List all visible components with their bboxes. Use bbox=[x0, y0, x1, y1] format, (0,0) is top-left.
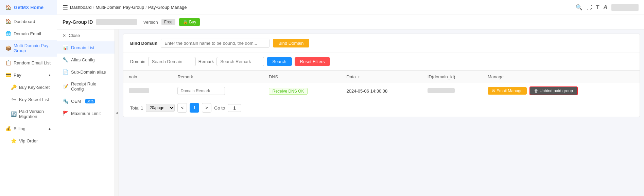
search-icon[interactable]: 🔍 bbox=[576, 4, 582, 11]
breadcrumb-multi-domain[interactable]: Multi-Domain Pay-Group bbox=[95, 5, 144, 10]
pagination-prev-button[interactable]: < bbox=[177, 103, 187, 113]
sub-nav-maximum-limit[interactable]: 🚩 Maximum Limit bbox=[57, 107, 115, 119]
pay-icon: 💳 bbox=[5, 72, 11, 78]
goto-label: Go to bbox=[214, 105, 225, 111]
col-data: Data ⇕ bbox=[341, 71, 422, 83]
col-domain: nain bbox=[123, 71, 172, 83]
domain-placeholder bbox=[129, 88, 149, 93]
breadcrumb-dashboard[interactable]: Dashboard bbox=[70, 5, 92, 10]
beta-badge: Beta bbox=[85, 99, 95, 103]
billing-icon: 💰 bbox=[5, 126, 11, 131]
buy-button[interactable]: 🔒 Buy bbox=[179, 18, 201, 26]
topbar-icons: 🔍 ⛶ T A bbox=[576, 4, 639, 11]
main-panel: Bind Domain Bind Domain Domain Remark Se… bbox=[123, 34, 640, 117]
sub-nav-domain-list[interactable]: 📊 Domain List bbox=[57, 41, 115, 54]
remark-cell bbox=[172, 83, 263, 99]
billing-arrow: ▲ bbox=[48, 127, 51, 131]
sidebar-item-multi-domain[interactable]: 📦 Multi-Domain Pay-Group bbox=[0, 40, 57, 57]
unbind-paid-group-button[interactable]: 🗑 Unbind paid group bbox=[529, 86, 578, 95]
bind-domain-button[interactable]: Bind Domain bbox=[273, 39, 309, 47]
pagination-row: Total 1 20/page 10/page 50/page 100/page… bbox=[123, 99, 640, 117]
sidebar-item-vip-order[interactable]: ⭐ Vip Order bbox=[0, 135, 57, 147]
id-cell bbox=[422, 83, 482, 99]
home-icon: 🏠 bbox=[5, 5, 11, 10]
domain-cell bbox=[123, 83, 172, 99]
email-icon: ✉ bbox=[492, 89, 495, 93]
sub-nav-collapse-handle[interactable]: ◀ bbox=[115, 30, 119, 196]
free-badge: Free bbox=[161, 19, 175, 25]
random-email-icon: 📋 bbox=[5, 60, 11, 65]
search-button[interactable]: Search bbox=[267, 57, 292, 66]
paid-version-migration-icon: 🔄 bbox=[11, 111, 16, 117]
receipt-rule-icon: 📝 bbox=[63, 84, 68, 89]
sidebar: 🏠 GetMX Home 🏠 Dashboard 🌐 Domain Email … bbox=[0, 0, 57, 196]
breadcrumb-current: Pay-Group Manage bbox=[148, 5, 187, 10]
hamburger-icon[interactable]: ☰ bbox=[63, 4, 68, 11]
table-row: Receive DNS OK 2024-05-06 14:30:08 bbox=[123, 83, 640, 99]
bind-domain-input[interactable] bbox=[161, 39, 269, 48]
topbar-left: ☰ Dashboard / Multi-Domain Pay-Group / P… bbox=[63, 4, 187, 11]
user-avatar[interactable] bbox=[611, 4, 639, 11]
lock-icon: 🔒 bbox=[183, 20, 188, 24]
sidebar-item-random-email[interactable]: 📋 Random Email List bbox=[0, 57, 57, 69]
pay-arrow: ▲ bbox=[48, 73, 51, 77]
multi-domain-icon: 📦 bbox=[5, 45, 11, 51]
domain-email-icon: 🌐 bbox=[5, 31, 11, 36]
reset-filters-button[interactable]: Reset Filters bbox=[295, 57, 330, 66]
sidebar-item-buy-key-secret[interactable]: 🔑 Buy Key-Secret bbox=[0, 81, 57, 93]
center-panel: Bind Domain Bind Domain Domain Remark Se… bbox=[119, 30, 644, 196]
pagination-page-1-button[interactable]: 1 bbox=[190, 103, 199, 113]
sub-nav-alias-config[interactable]: 🔧 Alias Config bbox=[57, 54, 115, 66]
breadcrumb-sep-1: / bbox=[93, 5, 94, 10]
sidebar-logo[interactable]: 🏠 GetMX Home bbox=[0, 0, 57, 15]
manage-actions: ✉ Email Manage 🗑 Unbind paid group bbox=[488, 86, 634, 95]
page-size-select[interactable]: 20/page 10/page 50/page 100/page bbox=[146, 104, 175, 112]
fullscreen-icon[interactable]: ⛶ bbox=[587, 4, 592, 11]
sidebar-item-billing[interactable]: 💰 Billing ▲ bbox=[0, 122, 57, 135]
topbar: ☰ Dashboard / Multi-Domain Pay-Group / P… bbox=[57, 0, 644, 15]
sidebar-item-paid-version-migration[interactable]: 🔄 Paid Version Migration bbox=[0, 105, 57, 122]
domain-list-icon: 📊 bbox=[63, 45, 68, 50]
data-sort-icon[interactable]: ⇕ bbox=[357, 75, 360, 79]
col-id: ID(domain_id) bbox=[422, 71, 482, 83]
domain-search-input[interactable] bbox=[148, 57, 196, 66]
manage-cell: ✉ Email Manage 🗑 Unbind paid group bbox=[482, 83, 640, 99]
pagination-total: Total 1 bbox=[130, 105, 143, 111]
sidebar-item-pay[interactable]: 💳 Pay ▲ bbox=[0, 69, 57, 81]
pay-group-bar: Pay-Group ID Version Free 🔒 Buy bbox=[57, 15, 644, 30]
table-wrapper: nain Remark DNS Data ⇕ ID(domain_id) Man… bbox=[123, 71, 640, 99]
col-dns: DNS bbox=[263, 71, 341, 83]
sub-nav-close[interactable]: ✕ Close bbox=[57, 30, 115, 41]
id-placeholder bbox=[428, 88, 455, 93]
sub-nav-receipt-rule-config[interactable]: 📝 Receipt Rule Config bbox=[57, 78, 115, 95]
pay-group-id-value bbox=[96, 19, 137, 25]
domain-search-label: Domain bbox=[130, 59, 145, 64]
remark-input[interactable] bbox=[177, 87, 225, 95]
oem-icon: 🔩 bbox=[63, 98, 68, 104]
dashboard-icon: 🏠 bbox=[5, 19, 11, 24]
right-content: ✕ Close 📊 Domain List 🔧 Alias Config 📄 S… bbox=[57, 30, 644, 196]
sidebar-item-domain-email[interactable]: 🌐 Domain Email bbox=[0, 27, 57, 40]
bind-domain-label: Bind Domain bbox=[130, 41, 157, 46]
pagination-next-button[interactable]: > bbox=[202, 103, 211, 113]
sub-nav-sub-domain-alias[interactable]: 📄 Sub-Domain alias bbox=[57, 66, 115, 78]
bind-domain-row: Bind Domain Bind Domain bbox=[123, 34, 640, 53]
collapse-chevron-icon: ◀ bbox=[116, 111, 118, 115]
breadcrumb: Dashboard / Multi-Domain Pay-Group / Pay… bbox=[70, 5, 187, 10]
goto-page-input[interactable] bbox=[228, 104, 241, 112]
sub-nav-oem[interactable]: 🔩 OEM Beta bbox=[57, 95, 115, 107]
email-manage-button[interactable]: ✉ Email Manage bbox=[488, 87, 527, 95]
remark-search-input[interactable] bbox=[216, 57, 264, 66]
buy-key-secret-icon: 🔑 bbox=[11, 84, 16, 90]
main-area: ☰ Dashboard / Multi-Domain Pay-Group / P… bbox=[57, 0, 644, 196]
sub-domain-alias-icon: 📄 bbox=[63, 69, 68, 75]
sidebar-item-dashboard[interactable]: 🏠 Dashboard bbox=[0, 15, 57, 27]
font-icon[interactable]: A bbox=[603, 4, 607, 11]
search-row: Domain Remark Search Reset Filters bbox=[123, 53, 640, 71]
text-icon[interactable]: T bbox=[596, 4, 599, 11]
vip-order-icon: ⭐ bbox=[11, 138, 16, 143]
breadcrumb-sep-2: / bbox=[145, 5, 147, 10]
sidebar-item-key-secret-list[interactable]: 🗝 Key-Secret List bbox=[0, 93, 57, 105]
col-remark: Remark bbox=[172, 71, 263, 83]
dns-status-badge: Receive DNS OK bbox=[269, 88, 308, 95]
